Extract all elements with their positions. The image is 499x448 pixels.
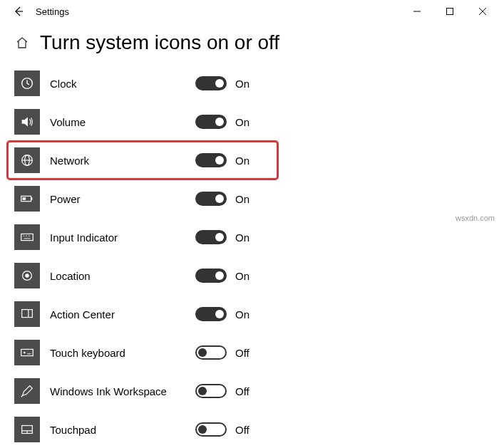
minimize-button[interactable] [401, 0, 433, 23]
toggle-group: On [195, 192, 250, 206]
toggle-touchkeyboard[interactable] [195, 345, 227, 360]
setting-label: Volume [50, 116, 185, 128]
window-title: Settings [36, 6, 69, 17]
setting-label: Touch keyboard [50, 347, 185, 359]
page-header: Turn system icons on or off [0, 23, 499, 61]
setting-label: Input Indicator [50, 231, 185, 244]
settings-list: ClockOnVolumeOnNetworkOnPowerOnInput Ind… [0, 61, 499, 448]
setting-label: Location [50, 270, 185, 282]
setting-row-clock: ClockOn [14, 64, 493, 103]
page-title: Turn system icons on or off [40, 31, 279, 54]
setting-row-input: Input IndicatorOn [14, 218, 493, 256]
toggle-group: Off [195, 384, 250, 398]
maximize-button[interactable] [433, 0, 466, 23]
setting-row-power: PowerOn [14, 179, 493, 218]
globe-icon [14, 147, 40, 173]
toggle-group: On [195, 153, 250, 167]
toggle-state-label: On [235, 193, 250, 205]
toggle-state-label: Off [235, 385, 250, 397]
touchpad-icon [14, 417, 40, 442]
toggle-state-label: On [235, 308, 250, 321]
toggle-state-label: Off [235, 424, 250, 436]
toggle-group: Off [195, 422, 250, 437]
panel-icon [14, 301, 40, 327]
minimize-icon [413, 8, 421, 15]
toggle-state-label: On [235, 116, 250, 128]
toggle-location[interactable] [195, 269, 227, 283]
setting-row-actioncenter: Action CenterOn [14, 295, 493, 333]
toggle-state-label: On [235, 270, 250, 282]
toggle-power[interactable] [195, 192, 227, 206]
svg-rect-2 [447, 9, 453, 15]
toggle-network[interactable] [195, 153, 227, 167]
toggle-state-label: On [235, 78, 250, 90]
setting-row-ink: Windows Ink WorkspaceOff [14, 372, 493, 410]
target-icon [14, 263, 40, 288]
toggle-group: On [195, 230, 250, 244]
volume-icon [14, 109, 40, 135]
setting-label: Clock [50, 78, 185, 90]
back-icon [13, 6, 24, 17]
close-button[interactable] [466, 0, 499, 23]
pen-icon [14, 378, 40, 404]
toggle-group: On [195, 307, 250, 321]
setting-row-network: NetworkOn [7, 141, 278, 179]
toggle-group: On [195, 115, 250, 129]
setting-label: Action Center [50, 308, 185, 321]
toggle-state-label: Off [235, 347, 250, 359]
touchkey-icon [14, 340, 40, 365]
home-icon [15, 36, 29, 50]
toggle-state-label: On [235, 155, 250, 167]
setting-row-volume: VolumeOn [14, 103, 493, 141]
setting-label: Power [50, 193, 185, 205]
watermark: wsxdn.com [456, 214, 495, 222]
setting-row-touchkeyboard: Touch keyboardOff [14, 333, 493, 372]
battery-icon [14, 186, 40, 212]
toggle-group: Off [195, 345, 250, 360]
window-controls [401, 0, 499, 23]
setting-row-touchpad: TouchpadOff [14, 410, 493, 448]
toggle-group: On [195, 76, 250, 90]
setting-label: Network [50, 155, 185, 167]
setting-row-location: LocationOn [14, 256, 493, 295]
toggle-group: On [195, 269, 250, 283]
toggle-touchpad[interactable] [195, 422, 227, 437]
keyboard-icon [14, 224, 40, 250]
toggle-clock[interactable] [195, 76, 227, 90]
setting-label: Windows Ink Workspace [50, 385, 185, 397]
toggle-volume[interactable] [195, 115, 227, 129]
toggle-state-label: On [235, 231, 250, 244]
toggle-input[interactable] [195, 230, 227, 244]
back-button[interactable] [7, 0, 30, 23]
setting-label: Touchpad [50, 424, 185, 436]
close-icon [479, 8, 486, 15]
titlebar: Settings [0, 0, 499, 23]
clock-icon [14, 71, 40, 96]
maximize-icon [446, 8, 453, 15]
home-button[interactable] [14, 35, 30, 51]
toggle-ink[interactable] [195, 384, 227, 398]
toggle-actioncenter[interactable] [195, 307, 227, 321]
